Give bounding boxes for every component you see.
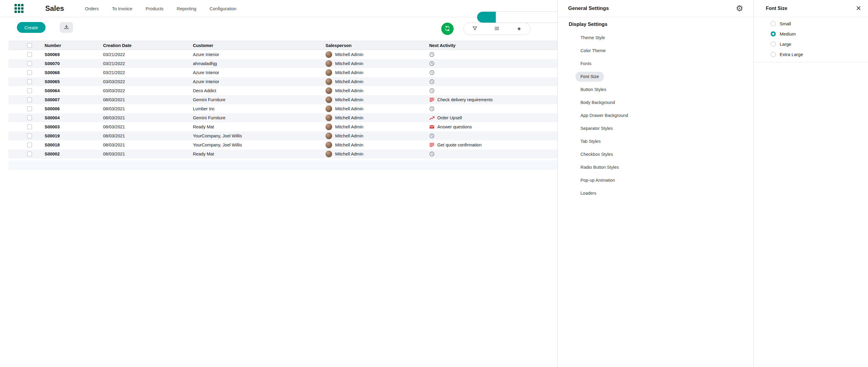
- table-row[interactable]: S00018 08/03/2021 YourCompany, Joel Will…: [8, 141, 557, 149]
- order-number: S00019: [44, 133, 103, 138]
- row-checkbox[interactable]: [27, 115, 32, 120]
- settings-item-loaders[interactable]: Loaders: [575, 188, 601, 198]
- row-checkbox[interactable]: [27, 143, 32, 147]
- order-number: S00004: [44, 115, 103, 120]
- radio-option-extra-large[interactable]: Extra Large: [771, 52, 868, 57]
- gear-icon[interactable]: ⚙: [736, 4, 743, 13]
- row-checkbox[interactable]: [27, 106, 32, 111]
- customer-name: YourCompany, Joel Willis: [193, 143, 326, 147]
- font-size-panel: Font Size ✕ SmallMediumLargeExtra Large: [753, 0, 868, 367]
- radio-icon[interactable]: [771, 21, 776, 26]
- favorites-button[interactable]: ★: [508, 23, 530, 35]
- settings-item-font-size[interactable]: Font Size: [575, 72, 604, 82]
- row-checkbox[interactable]: [27, 124, 32, 129]
- settings-item-theme-style[interactable]: Theme Style: [575, 33, 610, 43]
- settings-item-color-theme[interactable]: Color Theme: [575, 46, 611, 56]
- settings-item-radio-button-styles[interactable]: Radio Button Styles: [575, 162, 624, 172]
- row-checkbox[interactable]: [27, 79, 32, 84]
- creation-date: 03/03/2022: [103, 88, 193, 93]
- table-row[interactable]: S00006 08/03/2021 Lumber Inc Mitchell Ad…: [8, 104, 557, 113]
- next-activity-cell[interactable]: Order Upsell: [429, 115, 557, 121]
- table-row[interactable]: S00065 03/03/2022 Azure Interior Mitchel…: [8, 77, 557, 86]
- list-icon: [429, 142, 435, 148]
- next-activity-cell[interactable]: Check delivery requirements: [429, 97, 557, 102]
- settings-item-pop-up-animation[interactable]: Pop-up Animation: [575, 175, 620, 185]
- creation-date: 03/03/2022: [103, 79, 193, 84]
- row-checkbox[interactable]: [27, 152, 32, 156]
- row-checkbox[interactable]: [27, 52, 32, 57]
- nav-item-reporting[interactable]: Reporting: [172, 3, 201, 14]
- next-activity-cell[interactable]: Get quote confirmation: [429, 142, 557, 148]
- salesperson-name: Mitchell Admin: [335, 133, 363, 138]
- create-button[interactable]: Create: [17, 22, 45, 33]
- next-activity-cell[interactable]: [429, 151, 557, 157]
- column-header-customer[interactable]: Customer: [193, 43, 326, 48]
- table-row[interactable]: S00064 03/03/2022 Deco Addict Mitchell A…: [8, 86, 557, 95]
- settings-item-fonts[interactable]: Fonts: [575, 59, 596, 69]
- radio-icon[interactable]: [771, 31, 776, 36]
- table-row[interactable]: S00007 08/03/2021 Gemini Furniture Mitch…: [8, 95, 557, 104]
- row-checkbox[interactable]: [27, 61, 32, 66]
- table-row[interactable]: S00069 03/21/2022 Azure Interior Mitchel…: [8, 50, 557, 59]
- group-by-button[interactable]: [486, 23, 508, 35]
- apps-menu-icon[interactable]: [14, 4, 24, 13]
- table-body: S00069 03/21/2022 Azure Interior Mitchel…: [8, 50, 557, 158]
- search-facet-chip[interactable]: [477, 12, 496, 23]
- settings-item-button-styles[interactable]: Button Styles: [575, 85, 611, 95]
- settings-item-body-background[interactable]: Body Background: [575, 98, 620, 108]
- radio-option-small[interactable]: Small: [771, 21, 868, 26]
- refresh-button[interactable]: [441, 23, 454, 35]
- settings-item-app-drawer-background[interactable]: App Drawer Background: [575, 111, 633, 121]
- settings-panel-header: General Settings ⚙: [558, 0, 753, 17]
- close-icon[interactable]: ✕: [856, 5, 861, 12]
- next-activity-cell[interactable]: [429, 79, 557, 84]
- next-activity-cell[interactable]: [429, 52, 557, 57]
- radio-option-large[interactable]: Large: [771, 41, 868, 47]
- order-number: S00068: [44, 70, 103, 75]
- app-title[interactable]: Sales: [45, 4, 64, 13]
- salesperson-avatar: [326, 142, 332, 148]
- customer-name: Ready Mat: [193, 124, 326, 129]
- table-row[interactable]: S00019 08/03/2021 YourCompany, Joel Will…: [8, 131, 557, 141]
- row-checkbox[interactable]: [27, 97, 32, 102]
- radio-icon[interactable]: [771, 52, 776, 57]
- nav-item-orders[interactable]: Orders: [80, 3, 104, 14]
- refresh-icon: [444, 25, 451, 33]
- settings-item-tab-styles[interactable]: Tab Styles: [575, 136, 606, 147]
- next-activity-cell[interactable]: [429, 61, 557, 66]
- next-activity-cell[interactable]: [429, 70, 557, 75]
- next-activity-cell[interactable]: [429, 133, 557, 139]
- settings-item-separator-styles[interactable]: Separator Styles: [575, 124, 618, 133]
- radio-option-medium[interactable]: Medium: [771, 31, 868, 36]
- search-bar[interactable]: [477, 11, 557, 23]
- table-row[interactable]: S00070 03/21/2022 ahmadadhjg Mitchell Ad…: [8, 59, 557, 68]
- column-header-number[interactable]: Number: [44, 43, 103, 48]
- table-row[interactable]: S00004 08/03/2021 Gemini Furniture Mitch…: [8, 113, 557, 122]
- next-activity-cell[interactable]: Answer questions: [429, 124, 557, 129]
- settings-item-checkbox-styles[interactable]: Checkbox Styles: [575, 149, 618, 159]
- filters-button[interactable]: [464, 23, 486, 35]
- row-checkbox[interactable]: [27, 70, 32, 75]
- nav-item-products[interactable]: Products: [141, 3, 168, 14]
- next-activity-cell[interactable]: [429, 88, 557, 93]
- salesperson-name: Mitchell Admin: [335, 152, 363, 156]
- table-row[interactable]: S00003 08/03/2021 Ready Mat Mitchell Adm…: [8, 122, 557, 131]
- table-row[interactable]: S00068 03/21/2022 Azure Interior Mitchel…: [8, 68, 557, 77]
- nav-item-configuration[interactable]: Configuration: [204, 3, 241, 14]
- select-all-checkbox[interactable]: [27, 43, 32, 48]
- radio-label: Large: [780, 41, 791, 47]
- row-checkbox[interactable]: [27, 88, 32, 93]
- column-header-creation-date[interactable]: Creation Date: [103, 43, 193, 48]
- column-header-salesperson[interactable]: Salesperson: [326, 43, 429, 48]
- row-checkbox[interactable]: [27, 133, 32, 138]
- list-icon: [429, 97, 435, 102]
- nav-item-to-invoice[interactable]: To Invoice: [107, 3, 138, 14]
- order-number: S00065: [44, 79, 103, 84]
- table-row[interactable]: S00002 08/03/2021 Ready Mat Mitchell Adm…: [8, 149, 557, 158]
- customer-name: Gemini Furniture: [193, 97, 326, 102]
- export-button[interactable]: [60, 22, 73, 33]
- column-header-next-activity[interactable]: Next Activity: [429, 43, 557, 48]
- radio-icon[interactable]: [771, 41, 776, 47]
- next-activity-cell[interactable]: [429, 106, 557, 112]
- salesperson-name: Mitchell Admin: [335, 106, 363, 111]
